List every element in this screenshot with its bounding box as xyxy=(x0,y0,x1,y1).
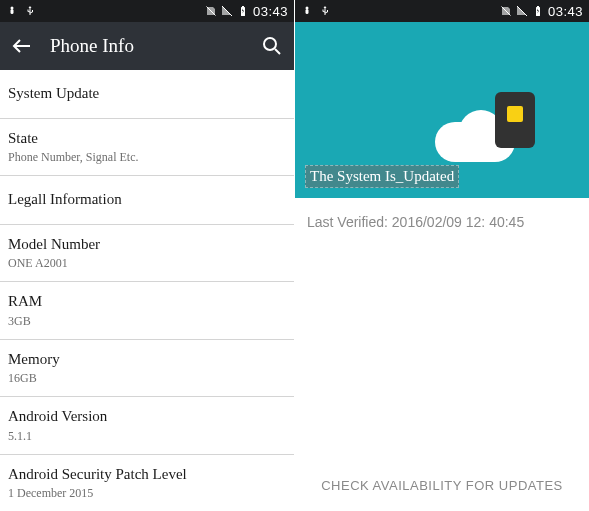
item-sub: ONE A2001 xyxy=(8,256,282,271)
item-sub: 16GB xyxy=(8,371,282,386)
battery-charging-icon xyxy=(237,5,249,17)
debug-icon xyxy=(301,5,313,17)
no-sim-icon xyxy=(205,5,217,17)
device-graphic xyxy=(495,92,535,148)
svg-point-4 xyxy=(264,38,276,50)
back-icon[interactable] xyxy=(10,34,34,58)
signal-off-icon xyxy=(516,5,528,17)
page-title: Phone Info xyxy=(50,35,260,57)
item-label: System Update xyxy=(8,80,282,108)
svg-rect-6 xyxy=(306,9,309,14)
item-android-version[interactable]: Android Version 5.1.1 xyxy=(0,397,294,455)
item-legal-info[interactable]: Legall Information xyxy=(0,176,294,225)
no-sim-icon xyxy=(500,5,512,17)
last-verified-text: Last Verified: 2016/02/09 12: 40:45 xyxy=(295,198,589,246)
signal-off-icon xyxy=(221,5,233,17)
item-memory[interactable]: Memory 16GB xyxy=(0,340,294,398)
item-label: Model Number xyxy=(8,235,282,255)
debug-icon xyxy=(6,5,18,17)
item-label: RAM xyxy=(8,292,282,312)
battery-charging-icon xyxy=(532,5,544,17)
check-updates-button[interactable]: CHECK AVAILABILITY FOR UPDATES xyxy=(295,466,589,505)
item-system-update[interactable]: System Update xyxy=(0,70,294,119)
svg-rect-8 xyxy=(537,6,539,7)
status-time: 03:43 xyxy=(548,4,583,19)
item-sub: 1 December 2015 xyxy=(8,486,282,501)
item-label: Memory xyxy=(8,350,282,370)
phone-left: 03:43 Phone Info System Update State Pho… xyxy=(0,0,294,511)
settings-list: System Update State Phone Number, Signal… xyxy=(0,70,294,511)
item-label: Legall Information xyxy=(8,186,282,214)
status-bar: 03:43 xyxy=(295,0,589,22)
status-bar: 03:43 xyxy=(0,0,294,22)
svg-rect-3 xyxy=(242,6,244,7)
item-state[interactable]: State Phone Number, Signal Etc. xyxy=(0,119,294,177)
status-time: 03:43 xyxy=(253,4,288,19)
phone-right: 03:43 The System Is_Updated Last Verifie… xyxy=(295,0,589,511)
item-model-number[interactable]: Model Number ONE A2001 xyxy=(0,225,294,283)
item-sub: 3GB xyxy=(8,314,282,329)
search-icon[interactable] xyxy=(260,34,284,58)
usb-icon xyxy=(24,5,36,17)
svg-rect-1 xyxy=(11,9,14,14)
item-label: Android Security Patch Level xyxy=(8,465,282,485)
item-label: Android Version xyxy=(8,407,282,427)
usb-icon xyxy=(319,5,331,17)
item-security-patch[interactable]: Android Security Patch Level 1 December … xyxy=(0,455,294,512)
update-hero: The System Is_Updated xyxy=(295,22,589,198)
item-ram[interactable]: RAM 3GB xyxy=(0,282,294,340)
item-label: State xyxy=(8,129,282,149)
app-bar: Phone Info xyxy=(0,22,294,70)
item-sub: 5.1.1 xyxy=(8,429,282,444)
item-sub: Phone Number, Signal Etc. xyxy=(8,150,282,165)
update-status-text: The System Is_Updated xyxy=(305,165,459,188)
